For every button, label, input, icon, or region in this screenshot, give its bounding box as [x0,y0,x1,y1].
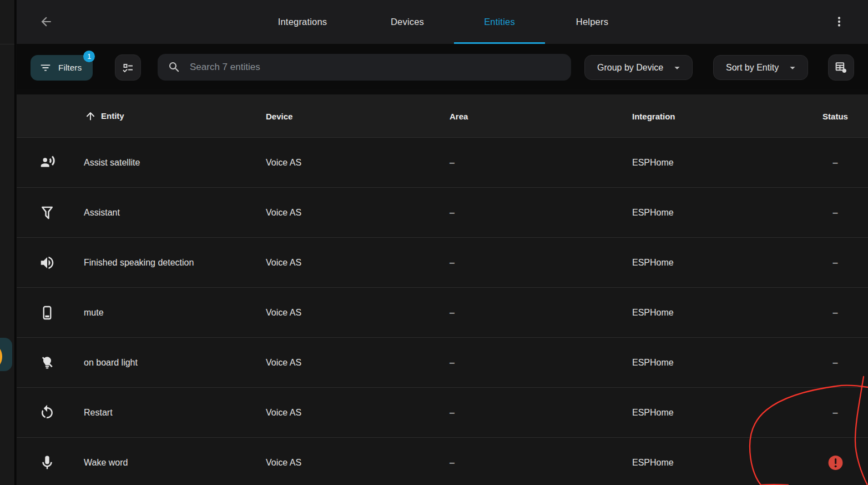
entities-table-body: Assist satellite Voice AS – ESPHome – As… [17,137,868,485]
tab-entities[interactable]: Entities [484,0,515,44]
volume-high-icon [39,254,55,271]
filter-outline-icon [39,204,55,221]
sort-by-dropdown[interactable]: Sort by Entity [713,55,808,80]
restart-icon [39,404,55,421]
table-row[interactable]: Assist satellite Voice AS – ESPHome – [17,137,868,187]
table-cog-icon [834,61,848,74]
integration-name: ESPHome [632,408,674,418]
device-name: Voice AS [266,258,301,268]
alert-circle-icon [827,454,844,471]
entity-name: mute [84,308,104,318]
area-value: – [450,458,455,468]
column-header-status[interactable]: Status [802,111,868,121]
table-settings-button[interactable] [828,54,854,81]
search-input[interactable] [190,62,561,73]
status-error-icon [802,454,868,471]
status-value: – [802,208,868,218]
status-value: – [802,308,868,318]
back-button[interactable] [38,14,54,29]
table-row[interactable]: Assistant Voice AS – ESPHome – [17,187,868,237]
area-value: – [450,258,455,268]
column-label: Entity [101,111,124,121]
tab-devices[interactable]: Devices [391,0,424,44]
integration-name: ESPHome [632,308,674,318]
table-row[interactable]: mute Voice AS – ESPHome – [17,287,868,337]
column-header-device[interactable]: Device [266,111,292,121]
top-navigation-bar: Integrations Devices Entities Helpers [17,0,868,44]
integration-name: ESPHome [632,208,674,218]
table-header: Entity Device Area Integration Status [17,94,868,137]
status-value: – [802,408,868,418]
entity-name: on board light [84,358,138,368]
filters-label: Filters [58,63,82,73]
area-value: – [450,358,455,368]
cellphone-icon [39,304,55,321]
sidebar-strip [0,0,16,485]
area-value: – [450,208,455,218]
format-list-checks-icon [122,61,135,74]
group-by-label: Group by Device [597,63,663,73]
area-value: – [450,308,455,318]
dots-vertical-icon [832,14,846,29]
area-value: – [450,158,455,168]
main-panel: Integrations Devices Entities Helpers Fi… [17,0,868,485]
filters-button[interactable]: Filters 1 [31,55,93,81]
notification-dot [0,345,2,368]
table-row[interactable]: Restart Voice AS – ESPHome – [17,387,868,437]
device-name: Voice AS [266,358,301,368]
status-value: – [802,258,868,268]
table-row[interactable]: on board light Voice AS – ESPHome – [17,337,868,387]
device-name: Voice AS [266,458,301,468]
arrow-left-icon [39,14,53,29]
integration-name: ESPHome [632,258,674,268]
integration-name: ESPHome [632,158,674,168]
chevron-down-icon [671,62,683,74]
column-header-entity[interactable]: Entity [84,110,124,122]
filters-count-badge: 1 [83,51,95,62]
sidebar-divider [0,44,16,44]
filter-variant-icon [39,62,52,74]
integration-name: ESPHome [632,458,674,468]
status-value: – [802,358,868,368]
device-name: Voice AS [266,208,301,218]
column-header-area[interactable]: Area [450,111,468,121]
table-row[interactable]: Finished speaking detection Voice AS – E… [17,237,868,287]
entity-name: Restart [84,408,113,418]
account-voice-icon [39,154,55,171]
entity-name: Assistant [84,208,120,218]
entity-name: Assist satellite [84,158,140,168]
microphone-icon [39,454,55,471]
search-icon [168,61,181,74]
entities-settings-page: Integrations Devices Entities Helpers Fi… [0,0,868,485]
tab-integrations[interactable]: Integrations [278,0,327,44]
sort-arrow-up-icon [84,110,97,122]
device-name: Voice AS [266,308,301,318]
device-name: Voice AS [266,158,301,168]
status-value: – [802,158,868,168]
search-box [158,54,571,81]
column-header-integration[interactable]: Integration [632,111,675,121]
sort-by-label: Sort by Entity [726,63,779,73]
filter-toolbar: Filters 1 Group by Device S [17,44,868,89]
device-name: Voice AS [266,408,301,418]
integration-name: ESPHome [632,358,674,368]
overflow-menu-button[interactable] [831,14,847,29]
chevron-down-icon [786,62,799,74]
table-row[interactable]: Wake word Voice AS – ESPHome [17,437,868,485]
lightbulb-off-icon [39,354,55,371]
entity-name: Finished speaking detection [84,258,194,268]
group-by-dropdown[interactable]: Group by Device [584,55,693,80]
multiselect-entities-button[interactable] [115,54,141,81]
sidebar-notification-chip[interactable] [0,338,12,371]
tab-helpers[interactable]: Helpers [576,0,608,44]
entity-name: Wake word [84,458,128,468]
area-value: – [450,408,455,418]
